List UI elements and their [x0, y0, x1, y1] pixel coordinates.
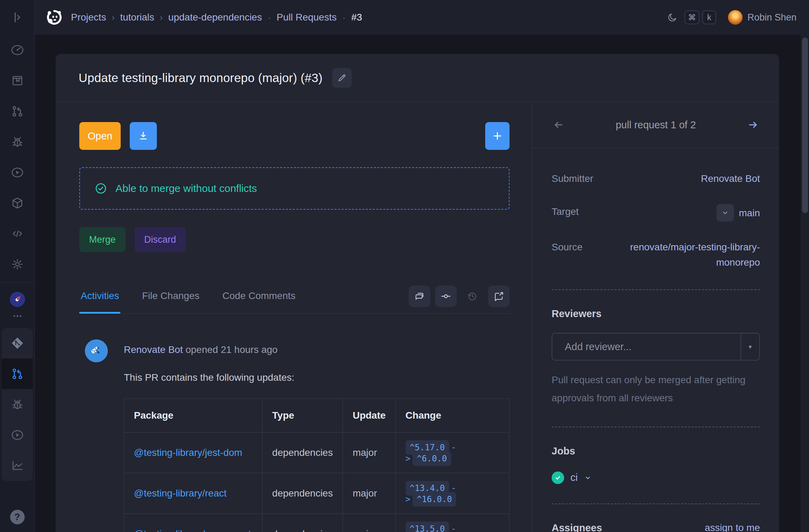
- pr-title: Update testing-library monorepo (major) …: [79, 71, 322, 85]
- add-reviewer-placeholder: Add reviewer...: [552, 341, 740, 353]
- breadcrumb-repo-group[interactable]: tutorials: [120, 12, 154, 23]
- user-menu[interactable]: Robin Shen: [728, 10, 796, 25]
- cmd-key: ⌘: [684, 10, 699, 24]
- updates-table: Package Type Update Change @testing-libr…: [124, 398, 510, 532]
- tab-code-comments[interactable]: Code Comments: [221, 290, 297, 314]
- job-ci-row[interactable]: ci: [552, 471, 760, 484]
- target-branch-dropdown-button[interactable]: [716, 204, 734, 221]
- dep-type-cell: dependencies: [262, 433, 343, 473]
- pr-tabs: Activities File Changes Code Comments: [79, 285, 510, 314]
- page-scrollbar-track[interactable]: [801, 35, 809, 532]
- submitter-value-link[interactable]: Renovate Bot: [701, 171, 760, 186]
- target-branch-link[interactable]: main: [739, 205, 760, 220]
- panel-divider: [552, 503, 760, 504]
- sidebar-item-project-issues[interactable]: [2, 389, 33, 420]
- breadcrumb-repo[interactable]: update-dependencies: [168, 12, 262, 23]
- breadcrumb-pr-number: #3: [351, 12, 362, 23]
- merge-button[interactable]: Merge: [79, 227, 126, 252]
- sidebar-item-project-pull-requests[interactable]: [2, 358, 33, 389]
- sidebar-item-project-builds[interactable]: [2, 420, 33, 450]
- breadcrumb-dot: ·: [342, 12, 346, 23]
- expand-right-icon: [11, 11, 24, 24]
- sidebar-item-code[interactable]: [0, 218, 35, 249]
- sidebar-item-issues[interactable]: [0, 127, 35, 157]
- top-header: Projects › tutorials › update-dependenci…: [35, 0, 809, 35]
- renovate-bot-avatar: [85, 339, 108, 362]
- package-link[interactable]: @testing-library/jest-dom: [134, 447, 242, 458]
- dep-type-cell: dependencies: [262, 514, 343, 532]
- add-comment-button[interactable]: [485, 122, 510, 150]
- download-patch-button[interactable]: [130, 122, 157, 150]
- sidebar-item-builds[interactable]: [0, 157, 35, 188]
- dashboard-gauge-icon: [11, 43, 24, 57]
- history-clock-icon: [467, 291, 478, 301]
- project-more-button[interactable]: [0, 309, 35, 323]
- pull-request-icon: [11, 105, 24, 118]
- app-logo-panda-icon[interactable]: [45, 8, 63, 26]
- pr-side-panel: pull request 1 of 2 Submitter Renovate B…: [532, 102, 779, 532]
- gear-icon: [11, 258, 24, 271]
- add-reviewer-select[interactable]: Add reviewer... ▼: [552, 333, 760, 361]
- sidebar-item-project-stats[interactable]: [2, 450, 33, 481]
- paint-roller-icon: [89, 344, 103, 358]
- change-cell: ^5.17.0->^6.0.0: [395, 433, 509, 473]
- comment-timestamp: opened 21 hours ago: [185, 344, 278, 355]
- chevron-down-icon: [721, 209, 729, 217]
- open-in-new-button[interactable]: [488, 285, 510, 307]
- source-branch-link[interactable]: renovate/major-testing-library-monorepo: [596, 240, 760, 270]
- check-icon: [554, 474, 561, 481]
- breadcrumb-projects[interactable]: Projects: [71, 12, 106, 23]
- merge-status-box: Able to merge without conflicts: [79, 167, 510, 210]
- sidebar-item-docs[interactable]: [0, 65, 35, 96]
- toggle-comments-button[interactable]: [409, 285, 430, 307]
- tab-file-changes[interactable]: File Changes: [141, 290, 201, 314]
- next-pr-button[interactable]: [747, 119, 759, 131]
- update-kind-cell: major: [343, 514, 395, 532]
- version-from-chip: ^13.5.0: [406, 522, 449, 532]
- assignees-heading: Assignees: [552, 522, 602, 532]
- assign-to-me-link[interactable]: assign to me: [705, 522, 760, 532]
- arrow-left-icon: [553, 119, 564, 131]
- user-name: Robin Shen: [747, 12, 796, 23]
- submitter-label: Submitter: [552, 171, 593, 184]
- jobs-heading: Jobs: [552, 445, 760, 457]
- package-link[interactable]: @testing-library/react: [134, 488, 227, 499]
- reviewers-hint-text: Pull request can only be merged after ge…: [552, 371, 760, 407]
- command-palette-shortcut[interactable]: ⌘ k: [684, 10, 716, 24]
- commit-icon: [441, 291, 451, 301]
- package-link[interactable]: @testing-library/user-event: [134, 529, 251, 532]
- merge-status-text: Able to merge without conflicts: [115, 183, 257, 194]
- theme-toggle-button[interactable]: [667, 12, 678, 23]
- breadcrumb-pull-requests[interactable]: Pull Requests: [277, 12, 337, 23]
- history-button[interactable]: [462, 285, 483, 307]
- update-kind-cell: major: [343, 433, 395, 473]
- job-success-icon: [552, 471, 564, 484]
- sidebar-expand-button[interactable]: [0, 7, 34, 28]
- previous-pr-button[interactable]: [553, 119, 564, 131]
- comment-author-link[interactable]: Renovate Bot: [124, 344, 183, 355]
- job-name: ci: [570, 472, 578, 483]
- edit-title-button[interactable]: [332, 68, 352, 88]
- sidebar-item-settings[interactable]: [0, 249, 35, 280]
- sidebar-item-git-repo[interactable]: [2, 328, 33, 358]
- sidebar-item-packages[interactable]: [0, 188, 35, 218]
- user-avatar: [728, 10, 743, 25]
- tab-activities[interactable]: Activities: [79, 290, 120, 314]
- col-header-update: Update: [343, 399, 395, 433]
- col-header-type: Type: [262, 399, 343, 433]
- bug-icon: [11, 398, 24, 411]
- moon-icon: [667, 12, 678, 23]
- toggle-commits-button[interactable]: [435, 285, 457, 307]
- project-avatar-rocket[interactable]: [10, 292, 25, 307]
- change-cell: ^13.4.0->^16.0.0: [395, 473, 509, 514]
- help-button[interactable]: ?: [10, 510, 25, 524]
- code-icon: [11, 227, 24, 240]
- breadcrumb: Projects › tutorials › update-dependenci…: [71, 12, 362, 23]
- breadcrumb-chevron: ›: [112, 13, 114, 23]
- sidebar-item-pull-requests[interactable]: [0, 96, 35, 127]
- discard-button[interactable]: Discard: [135, 227, 186, 252]
- page-scrollbar-thumb[interactable]: [802, 38, 808, 213]
- job-expand-chevron-icon[interactable]: [584, 474, 592, 482]
- target-label: Target: [552, 204, 579, 217]
- sidebar-item-dashboard[interactable]: [0, 35, 35, 65]
